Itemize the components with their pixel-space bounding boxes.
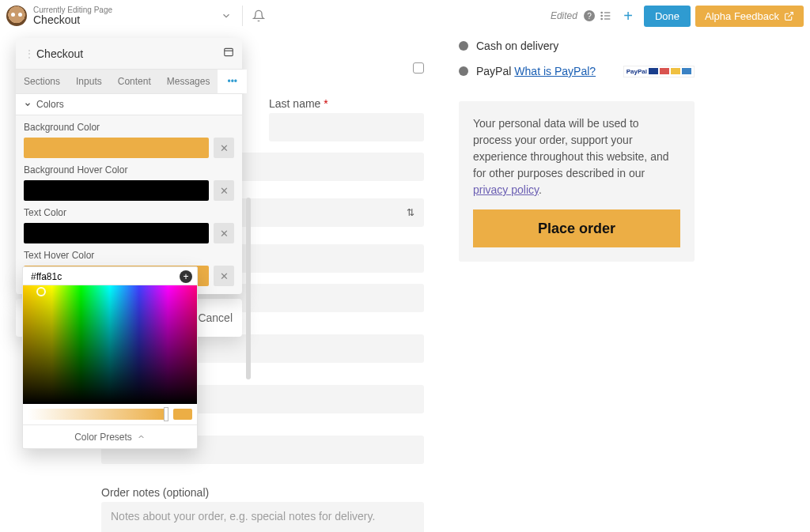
tab-content[interactable]: Content bbox=[110, 70, 159, 93]
privacy-policy-link[interactable]: privacy policy bbox=[473, 183, 539, 196]
order-notes-input[interactable]: Notes about your order, e.g. special not… bbox=[101, 502, 424, 532]
section-colors[interactable]: Colors bbox=[16, 94, 242, 115]
svg-rect-7 bbox=[225, 48, 233, 55]
add-icon[interactable]: + bbox=[617, 5, 639, 27]
what-is-paypal-link[interactable]: What is PayPal? bbox=[514, 65, 596, 77]
outline-icon[interactable] bbox=[595, 5, 617, 27]
breadcrumb[interactable]: Currently Editing Page Checkout bbox=[33, 6, 112, 26]
module-settings-panel: ⋮⋮ Checkout Sections Inputs Content Mess… bbox=[16, 38, 242, 294]
breadcrumb-title: Checkout bbox=[33, 14, 112, 26]
text-color-swatch[interactable] bbox=[24, 223, 209, 243]
chevron-up-icon bbox=[137, 432, 146, 441]
panel-tabs: Sections Inputs Content Messages ••• bbox=[16, 70, 242, 94]
app-logo bbox=[6, 6, 27, 26]
bg-color-swatch[interactable] bbox=[24, 138, 209, 158]
external-link-icon bbox=[784, 11, 794, 21]
cod-label: Cash on delivery bbox=[476, 40, 558, 52]
feedback-button[interactable]: Alpha Feedback bbox=[695, 6, 804, 27]
text-color-clear[interactable]: ✕ bbox=[214, 223, 234, 243]
different-address-checkbox[interactable] bbox=[413, 62, 424, 74]
order-notes-label: Order notes (optional) bbox=[101, 486, 424, 499]
privacy-text-a: Your personal data will be used to proce… bbox=[473, 117, 669, 179]
svg-point-4 bbox=[601, 15, 602, 16]
svg-point-3 bbox=[601, 12, 602, 13]
place-order-button[interactable]: Place order bbox=[473, 209, 680, 247]
alpha-slider[interactable] bbox=[28, 409, 168, 420]
expand-icon[interactable] bbox=[223, 47, 234, 60]
panel-header[interactable]: ⋮⋮ Checkout bbox=[16, 38, 242, 70]
chevron-down-icon[interactable] bbox=[215, 5, 237, 27]
panel-title: Checkout bbox=[36, 47, 83, 60]
panel-scrollbar[interactable] bbox=[246, 198, 251, 379]
bell-icon[interactable] bbox=[248, 5, 270, 27]
tab-messages[interactable]: Messages bbox=[159, 70, 218, 93]
radio-icon bbox=[459, 41, 468, 51]
divider bbox=[242, 6, 243, 26]
text-hover-label: Text Hover Color bbox=[24, 250, 234, 261]
bg-color-label: Background Color bbox=[24, 122, 234, 133]
done-button[interactable]: Done bbox=[644, 6, 691, 27]
add-preset-icon[interactable]: + bbox=[180, 270, 192, 283]
gradient-cursor[interactable] bbox=[36, 287, 46, 296]
drag-handle-icon[interactable]: ⋮⋮ bbox=[24, 47, 32, 60]
payment-paypal[interactable]: PayPal What is PayPal? PayPal bbox=[459, 65, 695, 77]
chevron-down-icon bbox=[24, 100, 32, 108]
paypal-label: PayPal bbox=[476, 65, 511, 77]
bg-hover-label: Background Hover Color bbox=[24, 164, 234, 175]
color-presets-label: Color Presets bbox=[74, 432, 132, 443]
color-picker: + Color Presets bbox=[22, 266, 198, 449]
bg-hover-clear[interactable]: ✕ bbox=[214, 180, 234, 201]
tab-inputs[interactable]: Inputs bbox=[68, 70, 110, 93]
edited-status: Edited bbox=[551, 10, 577, 21]
section-colors-label: Colors bbox=[36, 99, 64, 110]
checkout-sidebar: Cash on delivery PayPal What is PayPal? … bbox=[459, 35, 695, 262]
text-color-label: Text Color bbox=[24, 207, 234, 218]
privacy-notice: Your personal data will be used to proce… bbox=[459, 101, 695, 262]
payment-card-icons: PayPal bbox=[623, 66, 695, 77]
hex-input[interactable] bbox=[29, 270, 124, 283]
tab-more-icon[interactable]: ••• bbox=[218, 70, 247, 93]
color-presets-toggle[interactable]: Color Presets bbox=[23, 424, 197, 448]
chevron-up-down-icon: ⇅ bbox=[407, 207, 414, 218]
last-name-input[interactable] bbox=[269, 113, 424, 141]
tab-sections[interactable]: Sections bbox=[16, 70, 68, 93]
svg-point-5 bbox=[601, 18, 602, 19]
text-hover-clear[interactable]: ✕ bbox=[214, 266, 234, 286]
alpha-thumb[interactable] bbox=[164, 407, 168, 421]
cancel-button[interactable]: Cancel bbox=[198, 311, 233, 324]
svg-line-6 bbox=[788, 12, 793, 17]
bg-color-clear[interactable]: ✕ bbox=[214, 138, 234, 158]
payment-cod[interactable]: Cash on delivery bbox=[459, 40, 695, 52]
help-icon[interactable]: ? bbox=[584, 10, 595, 21]
current-color-swatch bbox=[173, 409, 192, 420]
last-name-label: Last name bbox=[269, 97, 320, 110]
privacy-text-b: . bbox=[539, 183, 542, 196]
bg-hover-swatch[interactable] bbox=[24, 180, 209, 201]
feedback-label: Alpha Feedback bbox=[705, 10, 779, 22]
color-gradient[interactable] bbox=[23, 285, 197, 404]
radio-icon bbox=[459, 66, 468, 76]
